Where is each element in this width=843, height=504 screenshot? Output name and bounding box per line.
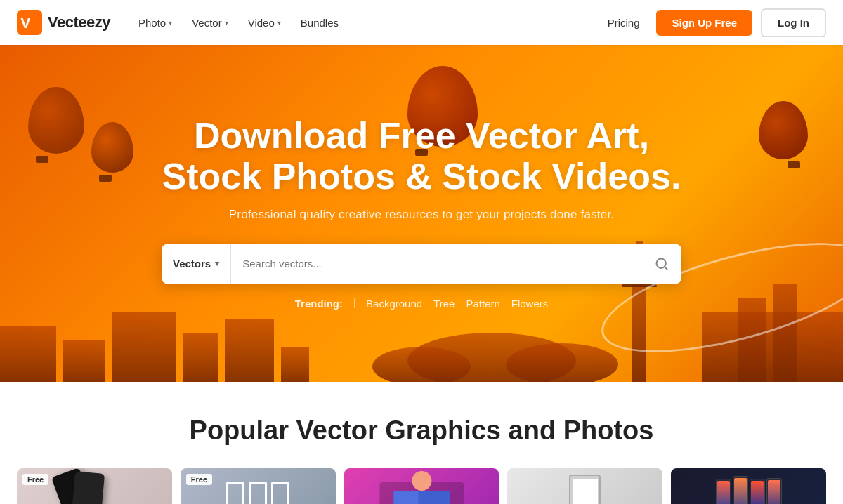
balloon-1 (28, 87, 84, 154)
card-3[interactable] (344, 468, 499, 504)
search-button[interactable] (642, 244, 681, 284)
search-bar: Vectors ▾ (162, 244, 681, 284)
trending-flowers[interactable]: Flowers (511, 296, 549, 311)
svg-rect-7 (63, 340, 105, 382)
hero-title-line1: Download Free Vector Art, (194, 115, 649, 156)
balloon-4 (759, 101, 808, 159)
balloon-4-basket (788, 161, 800, 168)
nav-bundles[interactable]: Bundles (292, 11, 347, 34)
card-4[interactable] (507, 468, 662, 504)
search-type-label: Vectors (173, 258, 211, 270)
svg-rect-9 (183, 333, 218, 382)
nav-vector[interactable]: Vector ▾ (183, 11, 237, 34)
card-1[interactable]: Free (17, 468, 172, 504)
signup-button[interactable]: Sign Up Free (656, 10, 752, 36)
balloon-1-basket (36, 156, 48, 163)
trending-pattern[interactable]: Pattern (466, 296, 499, 311)
hero-title-line2: Stock Photos & Stock Videos. (162, 156, 681, 197)
svg-rect-11 (281, 347, 309, 382)
balloon-2-basket (99, 175, 112, 182)
nav-bundles-label: Bundles (301, 17, 339, 29)
trending-divider (354, 298, 355, 308)
trending-label: Trending: (295, 298, 343, 310)
popular-section: Popular Vector Graphics and Photos Free … (0, 382, 843, 504)
nav-vector-label: Vector (192, 17, 222, 29)
svg-rect-10 (225, 319, 274, 382)
logo[interactable]: V Vecteezy (17, 10, 110, 35)
photo-chevron-icon: ▾ (169, 19, 172, 27)
search-type-selector[interactable]: Vectors ▾ (162, 244, 231, 284)
logo-icon: V (17, 10, 42, 35)
brand-name: Vecteezy (48, 13, 110, 32)
search-type-chevron-icon: ▾ (215, 259, 219, 268)
svg-line-19 (665, 267, 667, 270)
search-input[interactable] (231, 244, 642, 284)
hero-section: Download Free Vector Art, Stock Photos &… (0, 45, 843, 382)
card-2[interactable]: Free (181, 468, 336, 504)
search-icon (655, 257, 669, 271)
navbar-right: Pricing Sign Up Free Log In (599, 8, 826, 37)
svg-text:V: V (20, 14, 31, 32)
popular-title: Popular Vector Graphics and Photos (17, 416, 826, 446)
nav-photo[interactable]: Photo ▾ (130, 11, 181, 34)
nav-video[interactable]: Video ▾ (240, 11, 289, 34)
hero-title: Download Free Vector Art, Stock Photos &… (162, 116, 681, 196)
trending-background[interactable]: Background (366, 296, 422, 311)
navbar-left: V Vecteezy Photo ▾ Vector ▾ Video ▾ Bund… (17, 10, 347, 35)
card-5[interactable] (671, 468, 826, 504)
nav-photo-label: Photo (138, 17, 166, 29)
cards-grid: Free Free (17, 468, 826, 504)
nav-video-label: Video (248, 17, 275, 29)
video-chevron-icon: ▾ (277, 19, 281, 27)
hero-subtitle: Professional quality creative resources … (162, 208, 681, 222)
trending-tree[interactable]: Tree (433, 296, 455, 311)
trending-section: Trending: Background Tree Pattern Flower… (162, 296, 681, 311)
nav-links: Photo ▾ Vector ▾ Video ▾ Bundles (130, 11, 347, 34)
vector-chevron-icon: ▾ (225, 19, 228, 27)
balloon-2 (91, 122, 133, 173)
hero-content: Download Free Vector Art, Stock Photos &… (148, 116, 695, 310)
svg-rect-8 (112, 312, 176, 382)
navbar: V Vecteezy Photo ▾ Vector ▾ Video ▾ Bund… (0, 0, 843, 45)
login-button[interactable]: Log In (761, 8, 826, 37)
pricing-link[interactable]: Pricing (599, 11, 648, 34)
svg-rect-6 (0, 326, 56, 382)
